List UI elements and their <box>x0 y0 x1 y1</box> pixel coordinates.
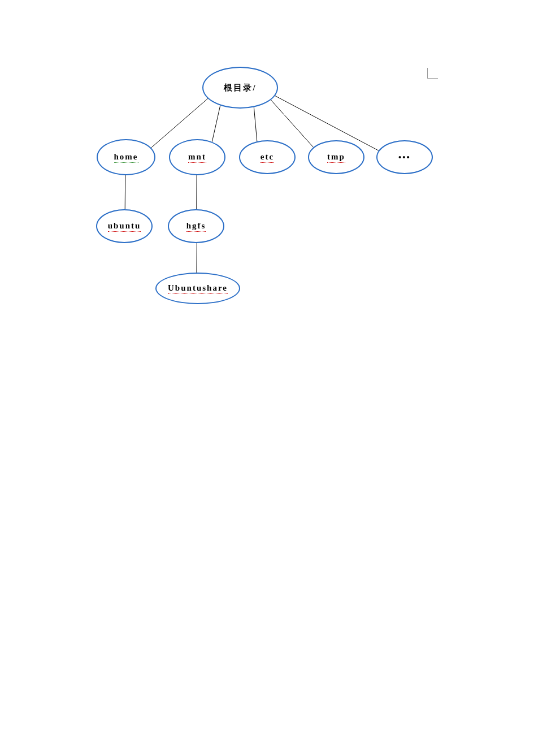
node-tmp: tmp <box>308 140 364 174</box>
node-mnt: mnt <box>169 139 225 175</box>
node-home-label: home <box>114 152 138 163</box>
node-hgfs-label: hgfs <box>186 221 206 232</box>
node-more-label: ••• <box>398 153 411 162</box>
node-home: home <box>97 139 155 175</box>
svg-line-3 <box>271 100 313 148</box>
node-ubuntushare: Ubuntushare <box>155 273 240 304</box>
node-ubuntu: ubuntu <box>96 209 153 243</box>
node-mnt-label: mnt <box>188 152 206 163</box>
svg-line-1 <box>212 105 220 141</box>
node-more: ••• <box>376 140 433 174</box>
svg-line-2 <box>254 107 257 141</box>
node-etc: etc <box>239 140 296 174</box>
node-root: 根目录/ <box>202 67 278 109</box>
node-tmp-label: tmp <box>327 152 345 163</box>
connector-layer <box>0 0 534 756</box>
node-ubuntushare-label: Ubuntushare <box>168 283 228 294</box>
node-etc-label: etc <box>261 152 274 163</box>
node-hgfs: hgfs <box>168 209 224 243</box>
node-ubuntu-label: ubuntu <box>108 221 141 232</box>
page-corner-mark <box>427 68 438 79</box>
node-root-label: 根目录/ <box>224 83 256 93</box>
